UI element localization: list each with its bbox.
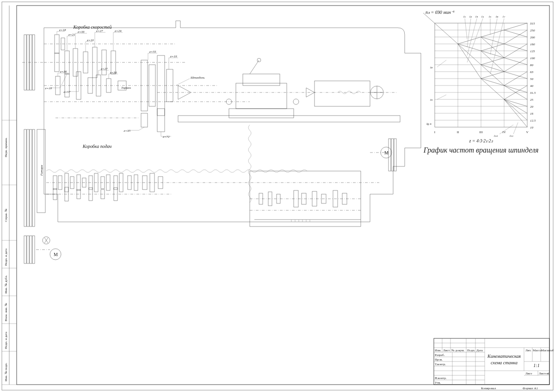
motor-label: М <box>54 252 58 257</box>
svg-text:i₇: i₇ <box>503 15 506 18</box>
svg-text:63: 63 <box>530 70 534 74</box>
svg-rect-21 <box>27 236 29 263</box>
z72: z=72 <box>162 135 170 139</box>
svg-line-220 <box>437 95 446 99</box>
feed-gearbox: Коробка подач <box>46 125 379 227</box>
svg-line-213 <box>467 18 471 47</box>
z57: z=57 <box>63 90 71 94</box>
spindle-label: Шпиндель <box>190 76 205 80</box>
svg-line-159 <box>458 37 481 44</box>
svg-line-176 <box>504 30 527 37</box>
chart-ylabel: lg n <box>426 122 432 126</box>
svg-text:№ докум.: № докум. <box>451 349 465 352</box>
svg-text:100: 100 <box>530 56 535 60</box>
svg-line-221 <box>500 125 513 134</box>
svg-line-188 <box>504 99 527 120</box>
side-label: Подп. и дата <box>4 248 8 266</box>
z24: z=24 <box>114 29 122 33</box>
side-label: Инв. № дубл. <box>4 275 8 294</box>
chart-ratio-leaders <box>437 18 518 134</box>
svg-rect-52 <box>141 113 148 127</box>
svg-line-219 <box>437 60 446 67</box>
svg-text:i₈: i₈ <box>430 66 433 69</box>
title-block: Изм. Лист № докум. Подп. Дата Разраб. Пр… <box>434 338 554 385</box>
speed-chart: n₃ = 690 мин⁻¹ <box>423 10 539 154</box>
svg-text:Пров.: Пров. <box>435 358 443 361</box>
svg-rect-87 <box>243 74 280 86</box>
svg-text:Лист: Лист <box>525 372 532 375</box>
svg-text:III: III <box>480 130 483 134</box>
side-strip: Инв. № подп. Подп. и дата Взам. инв. № И… <box>2 6 17 385</box>
svg-text:Лист: Лист <box>443 349 450 352</box>
svg-line-160 <box>458 44 481 51</box>
svg-rect-93 <box>314 81 370 106</box>
z21: z=21 <box>68 33 75 37</box>
svg-rect-22 <box>30 236 32 263</box>
svg-rect-20 <box>24 236 26 263</box>
svg-text:Разраб.: Разраб. <box>435 353 445 357</box>
svg-line-72 <box>60 74 67 88</box>
z55: z=55 <box>149 50 156 54</box>
z36: z=36 <box>60 70 67 74</box>
svg-line-161 <box>458 44 481 65</box>
side-label: Взам. инв. № <box>4 303 8 321</box>
svg-line-222 <box>513 122 518 134</box>
svg-text:25: 25 <box>530 98 534 102</box>
svg-rect-98 <box>388 139 391 171</box>
svg-text:125: 125 <box>530 49 535 53</box>
svg-text:Масса: Масса <box>533 349 542 352</box>
z19b: z=19 <box>170 55 177 58</box>
speed-box-label: Коробка скоростей <box>73 24 112 30</box>
svg-text:Масштаб: Масштаб <box>541 349 554 352</box>
svg-text:i₁: i₁ <box>463 15 466 18</box>
motor-right: М <box>370 139 396 171</box>
svg-point-92 <box>293 99 299 104</box>
svg-text:Утв.: Утв. <box>435 381 441 385</box>
chart-header-note: n₃ = 690 мин⁻¹ <box>426 10 455 15</box>
svg-text:31.5: 31.5 <box>530 91 536 95</box>
svg-line-158 <box>423 13 458 44</box>
svg-line-167 <box>481 51 504 58</box>
svg-line-172 <box>481 72 504 79</box>
svg-rect-16 <box>24 129 26 227</box>
svg-line-162 <box>458 44 481 79</box>
chart-grid <box>435 23 527 127</box>
side-label: Подп. и дата <box>4 331 8 349</box>
svg-text:80: 80 <box>530 63 534 67</box>
svg-text:Лит.: Лит. <box>525 349 531 352</box>
svg-line-180 <box>504 58 527 65</box>
svg-text:i₁₀: i₁₀ <box>494 134 498 138</box>
motor-label-r: М <box>384 150 388 155</box>
z27a: z=27 <box>96 29 103 33</box>
svg-text:Копировал: Копировал <box>481 386 496 390</box>
svg-line-174 <box>481 79 504 99</box>
svg-line-170 <box>481 65 504 72</box>
drawing-canvas: Инв. № подп. Подп. и дата Взам. инв. № И… <box>0 0 555 392</box>
svg-rect-99 <box>391 139 394 171</box>
svg-line-88 <box>250 60 259 74</box>
z18a: z=18 <box>59 28 66 32</box>
svg-text:i₃: i₃ <box>475 15 478 18</box>
z35: z=35 <box>123 129 131 133</box>
svg-rect-23 <box>32 236 35 263</box>
svg-rect-97 <box>178 116 400 122</box>
svg-text:315: 315 <box>530 22 535 25</box>
brake-label: Тормоз <box>121 86 131 90</box>
side-label: Справ. № <box>4 208 8 222</box>
speed-gearbox: Коробка скоростей <box>44 24 250 139</box>
svg-text:160: 160 <box>530 43 535 46</box>
svg-line-182 <box>504 72 527 79</box>
svg-text:Т.контр.: Т.контр. <box>435 362 446 366</box>
svg-rect-18 <box>30 129 32 227</box>
svg-text:Подп.: Подп. <box>467 349 475 352</box>
svg-text:20: 20 <box>530 105 534 109</box>
chart-x-ticks: I II III IV V <box>434 130 529 134</box>
svg-text:10: 10 <box>530 126 534 129</box>
svg-text:i₁₁: i₁₁ <box>510 134 513 138</box>
chart-formula: z = 4·3·2₁·2₂ <box>469 138 493 143</box>
svg-line-217 <box>490 18 497 55</box>
svg-text:Дата: Дата <box>476 349 483 352</box>
svg-text:12.5: 12.5 <box>530 119 536 122</box>
chart-y-ticks: 315 250 200 160 125 100 80 63 50 40 31.5… <box>530 22 536 129</box>
svg-line-184 <box>504 86 527 92</box>
